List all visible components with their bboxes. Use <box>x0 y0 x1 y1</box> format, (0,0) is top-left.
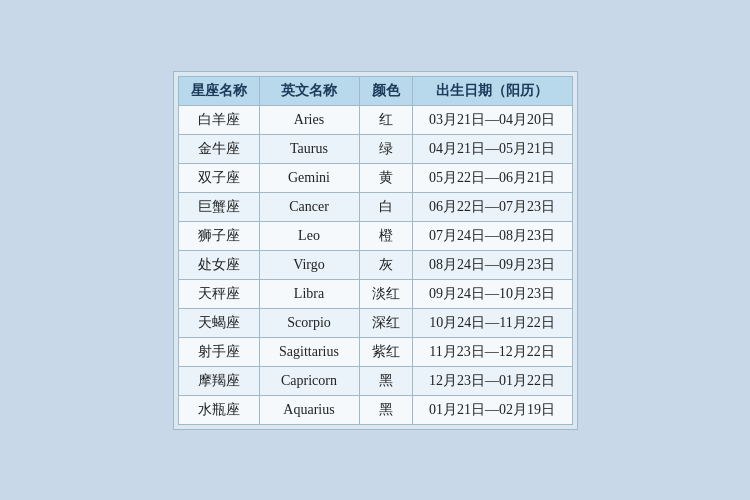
cell-en: Taurus <box>259 134 359 163</box>
cell-cn: 天秤座 <box>178 279 259 308</box>
table-row: 双子座Gemini黄05月22日—06月21日 <box>178 163 572 192</box>
cell-en: Libra <box>259 279 359 308</box>
header-cn: 星座名称 <box>178 76 259 105</box>
cell-date: 11月23日—12月22日 <box>412 337 572 366</box>
cell-date: 01月21日—02月19日 <box>412 395 572 424</box>
cell-cn: 水瓶座 <box>178 395 259 424</box>
table-header-row: 星座名称 英文名称 颜色 出生日期（阳历） <box>178 76 572 105</box>
table-row: 摩羯座Capricorn黑12月23日—01月22日 <box>178 366 572 395</box>
cell-color: 灰 <box>359 250 412 279</box>
table-row: 天秤座Libra淡红09月24日—10月23日 <box>178 279 572 308</box>
cell-date: 10月24日—11月22日 <box>412 308 572 337</box>
zodiac-table-container: 星座名称 英文名称 颜色 出生日期（阳历） 白羊座Aries红03月21日—04… <box>173 71 578 430</box>
cell-en: Aries <box>259 105 359 134</box>
cell-cn: 射手座 <box>178 337 259 366</box>
cell-en: Virgo <box>259 250 359 279</box>
cell-date: 07月24日—08月23日 <box>412 221 572 250</box>
table-row: 狮子座Leo橙07月24日—08月23日 <box>178 221 572 250</box>
cell-cn: 金牛座 <box>178 134 259 163</box>
cell-color: 淡红 <box>359 279 412 308</box>
cell-color: 紫红 <box>359 337 412 366</box>
cell-en: Leo <box>259 221 359 250</box>
cell-color: 深红 <box>359 308 412 337</box>
cell-cn: 巨蟹座 <box>178 192 259 221</box>
cell-color: 绿 <box>359 134 412 163</box>
table-row: 处女座Virgo灰08月24日—09月23日 <box>178 250 572 279</box>
table-row: 天蝎座Scorpio深红10月24日—11月22日 <box>178 308 572 337</box>
cell-date: 08月24日—09月23日 <box>412 250 572 279</box>
cell-cn: 天蝎座 <box>178 308 259 337</box>
cell-color: 黑 <box>359 366 412 395</box>
cell-color: 红 <box>359 105 412 134</box>
cell-date: 12月23日—01月22日 <box>412 366 572 395</box>
header-color: 颜色 <box>359 76 412 105</box>
header-date: 出生日期（阳历） <box>412 76 572 105</box>
table-row: 白羊座Aries红03月21日—04月20日 <box>178 105 572 134</box>
table-row: 射手座Sagittarius紫红11月23日—12月22日 <box>178 337 572 366</box>
cell-en: Sagittarius <box>259 337 359 366</box>
cell-en: Aquarius <box>259 395 359 424</box>
cell-cn: 狮子座 <box>178 221 259 250</box>
cell-cn: 双子座 <box>178 163 259 192</box>
cell-color: 黑 <box>359 395 412 424</box>
cell-date: 03月21日—04月20日 <box>412 105 572 134</box>
cell-cn: 处女座 <box>178 250 259 279</box>
cell-date: 05月22日—06月21日 <box>412 163 572 192</box>
cell-en: Capricorn <box>259 366 359 395</box>
table-row: 巨蟹座Cancer白06月22日—07月23日 <box>178 192 572 221</box>
cell-color: 白 <box>359 192 412 221</box>
cell-color: 黄 <box>359 163 412 192</box>
cell-date: 04月21日—05月21日 <box>412 134 572 163</box>
table-row: 水瓶座Aquarius黑01月21日—02月19日 <box>178 395 572 424</box>
cell-date: 09月24日—10月23日 <box>412 279 572 308</box>
header-en: 英文名称 <box>259 76 359 105</box>
table-row: 金牛座Taurus绿04月21日—05月21日 <box>178 134 572 163</box>
cell-date: 06月22日—07月23日 <box>412 192 572 221</box>
cell-cn: 摩羯座 <box>178 366 259 395</box>
cell-color: 橙 <box>359 221 412 250</box>
cell-cn: 白羊座 <box>178 105 259 134</box>
zodiac-table: 星座名称 英文名称 颜色 出生日期（阳历） 白羊座Aries红03月21日—04… <box>178 76 573 425</box>
cell-en: Cancer <box>259 192 359 221</box>
cell-en: Gemini <box>259 163 359 192</box>
cell-en: Scorpio <box>259 308 359 337</box>
